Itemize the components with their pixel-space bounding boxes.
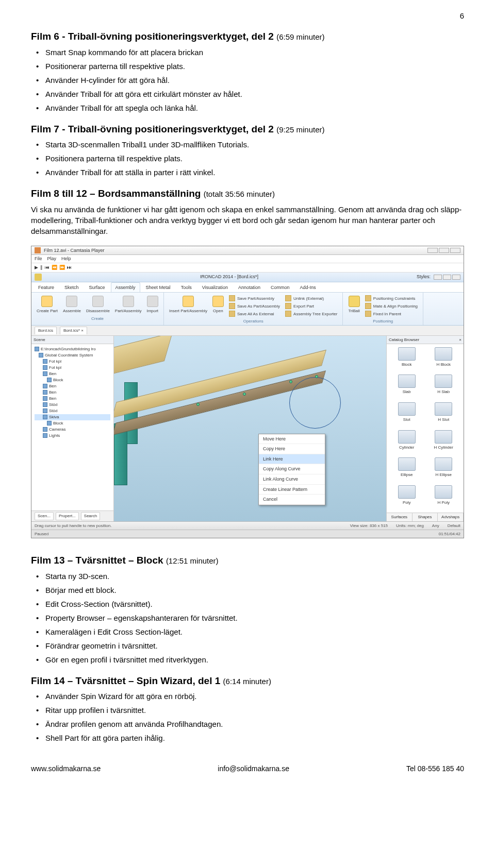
btn-save-part[interactable]: Save Part/Assembly <box>228 295 281 302</box>
context-menu-item[interactable]: Copy Here <box>259 444 325 454</box>
tab-assembly[interactable]: Assembly <box>111 282 140 293</box>
page-number: 6 <box>460 10 464 21</box>
tree-node[interactable]: Lights <box>35 433 110 439</box>
next-icon[interactable]: ⏭ <box>67 264 72 271</box>
shape-icon <box>435 430 452 444</box>
menu-play[interactable]: Play <box>47 256 57 262</box>
btn-assemble[interactable]: Assemble <box>62 295 82 315</box>
tree-node[interactable]: Ben <box>35 383 110 389</box>
tree-node[interactable]: Ben <box>35 371 110 377</box>
tree-node[interactable]: Stöd <box>35 402 110 408</box>
catalog-item[interactable]: H Poly <box>427 485 461 510</box>
tree-node[interactable]: Ben <box>35 396 110 402</box>
btn-tree-exporter[interactable]: Assembly Tree Exporter <box>284 310 338 317</box>
btn-save-as-part[interactable]: Save As Part/Assembly <box>228 302 281 310</box>
btn-import[interactable]: Import <box>145 295 159 315</box>
pause-icon[interactable]: ‖ <box>40 264 43 271</box>
play-icon[interactable]: ▶ <box>35 264 38 271</box>
window-controls[interactable] <box>427 248 460 253</box>
catalog-item[interactable]: Cylinder <box>390 430 424 455</box>
btn-insert-part[interactable]: Insert Part/Assembly <box>168 295 208 317</box>
catalog-item[interactable]: H Block <box>427 347 461 372</box>
rewind-icon[interactable]: ⏪ <box>52 264 57 271</box>
player-controls[interactable]: ▶ ‖ ⏮ ⏪ ⏩ ⏭ <box>31 263 464 273</box>
tab-feature[interactable]: Feature <box>34 282 59 293</box>
catalog-item[interactable]: H Cylinder <box>427 430 461 455</box>
prev-icon[interactable]: ⏮ <box>45 264 50 271</box>
catalog-item[interactable]: H Slot <box>427 402 461 427</box>
btn-disassemble[interactable]: Disassemble <box>85 295 111 315</box>
app-window-controls[interactable] <box>434 275 460 280</box>
tab-sheetmetal[interactable]: Sheet Metal <box>141 282 175 293</box>
btn-fixed-parent[interactable]: Fixed In Parent <box>364 310 419 317</box>
tab-surface[interactable]: Surface <box>85 282 110 293</box>
tree-node[interactable]: Ben <box>35 389 110 396</box>
close-icon[interactable]: × <box>459 337 461 343</box>
menu-help[interactable]: Help <box>61 256 71 262</box>
shape-icon <box>435 457 452 471</box>
context-menu-item[interactable]: Copy Along Curve <box>259 464 325 474</box>
catalog-tab-shapes[interactable]: Shapes <box>412 513 438 521</box>
construction-circle <box>289 377 341 429</box>
tree-node[interactable]: Fot kpl <box>35 359 110 365</box>
bullet: Ändrar profilen genom att använda Profil… <box>45 719 464 729</box>
tree-node[interactable]: Cameras <box>35 427 110 433</box>
left-tab-scene[interactable]: Scen... <box>35 512 54 520</box>
context-menu-item[interactable]: Move Here <box>259 434 325 445</box>
tab-addins[interactable]: Add-Ins <box>295 282 321 293</box>
context-menu-item[interactable]: Cancel <box>259 495 325 505</box>
tree-node[interactable]: Skiva <box>35 414 110 420</box>
tab-common[interactable]: Common <box>266 282 294 293</box>
catalog-item[interactable]: H Ellipse <box>427 457 461 482</box>
btn-part-assembly[interactable]: Part/Assembly <box>114 295 143 315</box>
btn-open[interactable]: Open <box>211 295 225 317</box>
cube-icon <box>43 427 47 432</box>
film13-title-text: Film 13 – Tvärsnittet – Block <box>31 555 163 566</box>
btn-mate-align[interactable]: Mate & Align Positioning <box>364 302 419 310</box>
viewport-3d[interactable]: Move HereCopy HereLink HereCopy Along Cu… <box>114 336 386 521</box>
shape-icon <box>398 430 416 444</box>
btn-create-part[interactable]: Create Part <box>36 295 59 315</box>
tab-visualization[interactable]: Visualization <box>197 282 233 293</box>
tab-sketch[interactable]: Sketch <box>60 282 84 293</box>
catalog-item[interactable]: Poly <box>390 485 424 510</box>
bullet: Använder Triball för att göra ett cirkul… <box>45 89 464 99</box>
catalog-item[interactable]: Slot <box>390 402 424 427</box>
catalog-tab-advshaps[interactable]: Advshaps <box>438 513 464 521</box>
tab-annotation[interactable]: Annotation <box>234 282 265 293</box>
scene-tab-1[interactable]: Bord.ics <box>35 327 57 334</box>
btn-pos-constraints[interactable]: Positioning Constraints <box>364 295 419 302</box>
forward-icon[interactable]: ⏩ <box>59 264 65 271</box>
tree-node[interactable]: E:\Ironcad\Grundutbildning Iro <box>35 346 110 352</box>
catalog-label: H Ellipse <box>435 472 452 478</box>
context-menu[interactable]: Move HereCopy HereLink HereCopy Along Cu… <box>258 434 325 505</box>
context-menu-item[interactable]: Create Linear Pattern <box>259 485 325 495</box>
tree-node[interactable]: Block <box>35 420 110 427</box>
catalog-item[interactable]: H Slab <box>427 375 461 399</box>
catalog-item[interactable]: Ellipse <box>390 457 424 482</box>
btn-triball[interactable]: TriBall <box>347 295 360 317</box>
menu-file[interactable]: File <box>35 256 42 262</box>
scene-tree[interactable]: E:\Ironcad\Grundutbildning IroGlobal Coo… <box>31 344 113 511</box>
catalog-label: Slot <box>403 417 410 422</box>
tab-tools[interactable]: Tools <box>176 282 196 293</box>
status-any: Any <box>432 523 439 529</box>
page-footer: www.solidmakarna.se info@solidmakarna.se… <box>31 764 464 774</box>
catalog-tab-surfaces[interactable]: Surfaces <box>387 513 412 521</box>
catalog-item[interactable]: Slab <box>390 375 424 399</box>
tree-node[interactable]: Fot kpl <box>35 365 110 371</box>
tree-node[interactable]: Block <box>35 377 110 383</box>
btn-save-all-ext[interactable]: Save All As External <box>228 310 281 317</box>
btn-export-part[interactable]: Export Part <box>284 302 338 310</box>
left-tab-search[interactable]: Search <box>81 512 100 520</box>
catalog-item[interactable]: Block <box>390 347 424 372</box>
scene-tab-2[interactable]: Bord.ics* × <box>60 327 87 334</box>
btn-unlink[interactable]: Unlink (External) <box>284 295 338 302</box>
shape-icon <box>398 457 416 471</box>
context-menu-item[interactable]: Link Along Curve <box>259 474 325 485</box>
tree-node[interactable]: Global Coordinate System <box>35 352 110 359</box>
tree-node[interactable]: Stöd <box>35 408 110 414</box>
context-menu-item[interactable]: Link Here <box>259 454 325 465</box>
left-tab-properties[interactable]: Propert... <box>56 512 79 520</box>
tree-label: Global Coordinate System <box>45 352 93 359</box>
